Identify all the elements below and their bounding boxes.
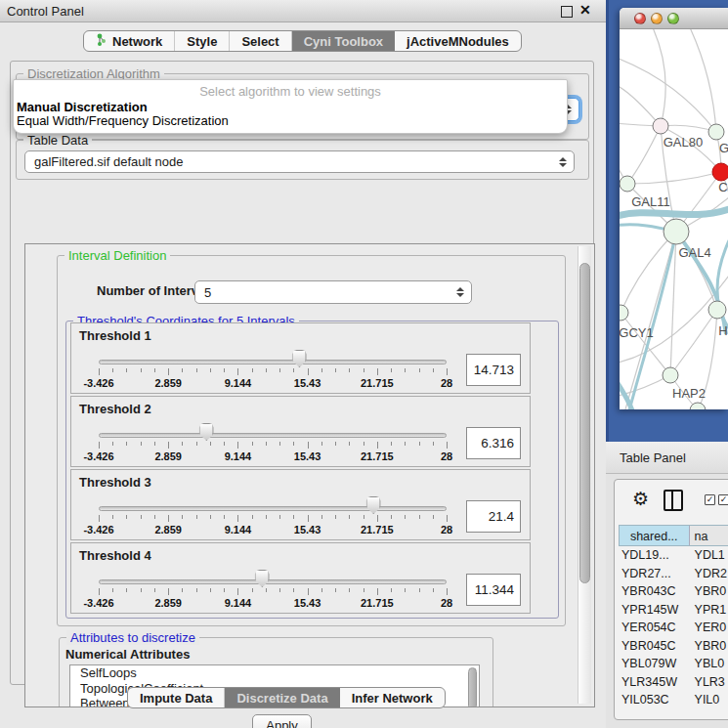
table-column-header[interactable]: shared...	[620, 526, 690, 545]
threshold-value-field[interactable]: 14.713	[466, 354, 521, 386]
table-body: YDL19...YDL1YDR27...YDR2YBR043CYBR0YPR14…	[619, 546, 728, 709]
slider-tick	[293, 515, 294, 519]
slider-tick	[196, 368, 197, 372]
table-row[interactable]: YLR345WYLR3	[619, 673, 728, 692]
screen: Control Panel ✕ NetworkStyleSelectCyni T…	[0, 0, 728, 728]
network-node-gcy1[interactable]	[620, 305, 628, 321]
slider-tick	[141, 588, 142, 592]
table-row[interactable]: YDL19...YDL1	[619, 546, 728, 565]
threshold-slider[interactable]: -3.4262.8599.14415.4321.71528	[99, 495, 447, 536]
network-edge[interactable]	[651, 29, 665, 126]
mac-minimize-icon[interactable]	[651, 13, 663, 24]
network-node-gal11[interactable]	[620, 176, 635, 192]
tab-network[interactable]: Network	[84, 31, 175, 51]
checkbox-icon[interactable]: ✓	[705, 494, 715, 505]
apply-button[interactable]: Apply	[252, 714, 312, 728]
network-canvas[interactable]: GAL80GCGAL11GAL4GCY1HHAP2	[620, 29, 728, 409]
checkbox-icon[interactable]: ✓	[718, 494, 728, 505]
network-node-gal4[interactable]	[664, 219, 689, 244]
network-node-h[interactable]	[708, 301, 726, 319]
slider-tick	[419, 588, 420, 592]
float-window-icon[interactable]	[561, 6, 573, 18]
columns-icon[interactable]	[664, 490, 683, 511]
scrollpane-scrollbar-thumb[interactable]	[579, 263, 590, 583]
network-node-label: GAL11	[631, 194, 670, 209]
tab-style[interactable]: Style	[175, 31, 230, 51]
threshold-slider[interactable]: -3.4262.8599.14415.4321.71528	[99, 349, 447, 390]
slider-tick	[252, 442, 253, 446]
slider-thumb[interactable]	[366, 496, 381, 514]
network-window[interactable]: GAL80GCGAL11GAL4GCY1HHAP2	[620, 8, 728, 409]
tab-jactivemnodules[interactable]: jActiveMNodules	[395, 31, 521, 51]
table-cell: YBR0	[690, 582, 728, 601]
tab-cyni-toolbox[interactable]: Cyni Toolbox	[292, 31, 395, 51]
bottom-tab-discretize-data[interactable]: Discretize Data	[225, 688, 339, 707]
table-data-combobox[interactable]: galFiltered.sif default node	[24, 150, 575, 173]
mac-zoom-icon[interactable]	[667, 13, 679, 24]
threshold-label: Threshold 4	[79, 548, 151, 563]
slider-thumb[interactable]	[255, 570, 270, 587]
network-edge[interactable]	[621, 313, 670, 375]
slider-tick	[405, 368, 406, 372]
table-row[interactable]: YBR045CYBR0	[619, 637, 728, 656]
attributes-scrollbar[interactable]	[468, 667, 477, 707]
threshold-slider[interactable]: -3.4262.8599.14415.4321.71528	[99, 422, 447, 463]
network-edge[interactable]	[688, 29, 716, 132]
slider-tick-label: 21.715	[361, 377, 394, 389]
slider-tick	[433, 515, 434, 519]
close-icon[interactable]: ✕	[579, 2, 591, 18]
network-edge[interactable]	[620, 84, 661, 126]
network-edge[interactable]	[627, 172, 721, 184]
table-row[interactable]: YDR27...YDR2	[619, 565, 728, 583]
network-window-titlebar[interactable]	[620, 8, 728, 29]
table-toolbar: ⚙ ✓ ✓	[615, 480, 728, 519]
threshold-value-field[interactable]: 6.316	[466, 427, 521, 459]
threshold-value-field[interactable]: 11.344	[466, 574, 521, 606]
attribute-item[interactable]: SelfLoops	[70, 665, 479, 681]
slider-tick	[196, 588, 197, 592]
bottom-tab-bar: Impute DataDiscretize DataInfer Network	[127, 687, 446, 708]
table-panel-titlebar[interactable]: Table Panel	[606, 442, 728, 474]
threshold-panel-2: Threshold 2-3.4262.8599.14415.4321.71528…	[70, 396, 531, 467]
bottom-tab-impute-data[interactable]: Impute Data	[128, 688, 225, 707]
slider-thumb[interactable]	[199, 423, 214, 441]
network-edge-highlighted[interactable]	[620, 209, 728, 217]
table-row[interactable]: YBL079WYBL0	[619, 655, 728, 673]
mac-close-icon[interactable]	[634, 13, 646, 24]
table-panel-title: Table Panel	[620, 450, 686, 465]
tab-select[interactable]: Select	[230, 31, 291, 51]
table-row[interactable]: YPR145WYPR1	[619, 601, 728, 620]
desktop-background: GAL80GCGAL11GAL4GCY1HHAP2	[606, 0, 728, 442]
slider-tick	[126, 515, 127, 519]
slider-tick	[141, 442, 142, 446]
gear-icon[interactable]: ⚙	[632, 488, 649, 510]
control-panel-titlebar[interactable]: Control Panel ✕	[0, 0, 606, 22]
algorithm-option-2[interactable]: Equal Width/Frequency Discretization	[17, 113, 229, 128]
threshold-slider[interactable]: -3.4262.8599.14415.4321.71528	[99, 569, 447, 610]
table-row[interactable]: YBR043CYBR0	[619, 582, 728, 601]
slider-tick	[321, 515, 322, 519]
slider-tick	[252, 368, 253, 372]
bottom-tab-infer-network[interactable]: Infer Network	[340, 688, 445, 707]
table-row[interactable]: YIL053CYIL0	[619, 691, 728, 709]
network-edge[interactable]	[661, 125, 716, 132]
network-edge[interactable]	[620, 57, 716, 132]
network-node-hap2[interactable]	[663, 367, 678, 383]
network-node-g[interactable]	[708, 124, 724, 140]
network-node-gal80[interactable]	[653, 118, 668, 134]
slider-tick	[335, 442, 336, 446]
algorithm-option-1[interactable]: Manual Discretization	[17, 100, 148, 114]
number-of-intervals-combobox[interactable]: 5	[194, 280, 472, 304]
scrollpane-scrollbar-track[interactable]	[578, 246, 591, 704]
table-cell: YBL079W	[619, 655, 690, 673]
network-node-c[interactable]	[712, 163, 728, 181]
table-cell: YBR045C	[619, 637, 690, 656]
slider-tick	[308, 442, 309, 449]
network-edge[interactable]	[627, 126, 661, 184]
network-edge[interactable]	[670, 310, 717, 375]
table-row[interactable]: YER054CYER0	[619, 619, 728, 637]
threshold-value-field[interactable]: 21.4	[466, 500, 521, 533]
slider-tick-label: 15.43	[294, 597, 321, 609]
slider-thumb[interactable]	[292, 350, 307, 367]
table-column-header[interactable]: na	[690, 526, 728, 545]
